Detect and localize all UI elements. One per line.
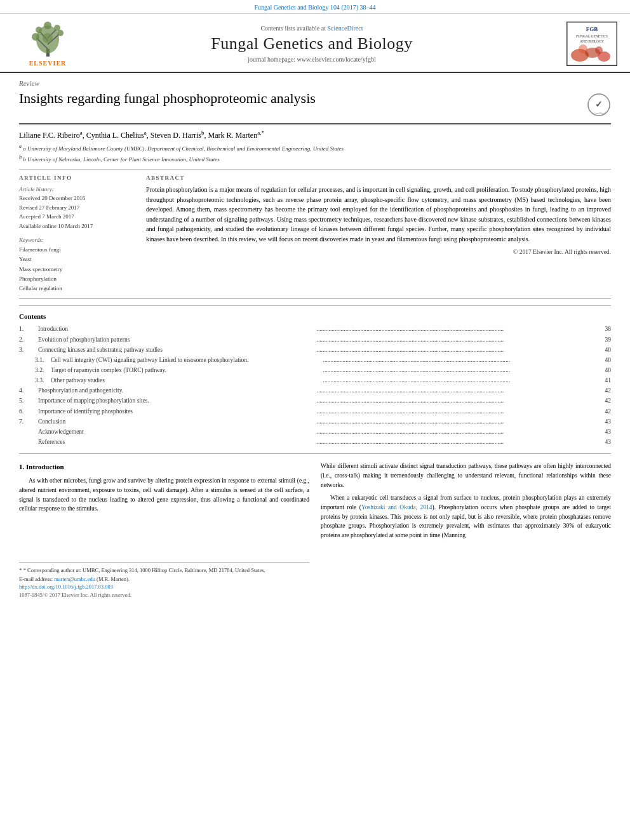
svg-text:FGB: FGB	[586, 26, 598, 32]
author-4: Mark R. Marten	[208, 131, 258, 140]
author-1: Liliane F.C. Ribeiro	[19, 131, 80, 140]
history-label: Article history:	[19, 185, 133, 194]
toc-item-7: 7. Conclusion 43	[19, 417, 611, 427]
elsevier-logo: ELSEVIER	[13, 20, 83, 67]
author-2: Cynthia L. Chelius	[86, 131, 144, 140]
article-history: Article history: Received 20 December 20…	[19, 185, 133, 230]
keywords-label: Keywords:	[19, 237, 133, 243]
keywords-list: Filamentous fungi Yeast Mass spectrometr…	[19, 245, 133, 293]
body-right-col: While different stimuli activate distinc…	[321, 462, 611, 599]
keyword-2: Yeast	[19, 255, 133, 264]
keyword-3: Mass spectrometry	[19, 265, 133, 274]
toc-item-5: 5. Importance of mapping phosphorylation…	[19, 396, 611, 406]
author-3: Steven D. Harris	[151, 131, 201, 140]
toc-item-2: 2. Evolution of phosphorylation patterns…	[19, 335, 611, 345]
journal-header-center: Contents lists available at ScienceDirec…	[83, 25, 541, 63]
svg-text:AND BIOLOGY: AND BIOLOGY	[580, 39, 604, 43]
issn-line: 1087-1845/© 2017 Elsevier Inc. All right…	[19, 591, 309, 599]
article-info-abstract-section: ARTICLE INFO Article history: Received 2…	[19, 175, 611, 293]
article-type-label: Review	[19, 79, 611, 87]
doi-link[interactable]: http://dx.doi.org/10.1016/j.fgb.2017.03.…	[19, 583, 309, 591]
fgb-logo-area: FGB FUNGAL GENETICS AND BIOLOGY	[541, 22, 617, 66]
elsevier-tree-icon	[27, 20, 69, 58]
intro-para-1: As with other microbes, fungi grow and s…	[19, 476, 309, 514]
sciencedirect-link[interactable]: ScienceDirect	[327, 25, 363, 32]
toc-item-3-3: 3.3. Other pathway studies 41	[19, 375, 611, 385]
toc-item-3-1: 3.1. Cell wall integrity (CWI) signaling…	[19, 355, 611, 365]
keyword-4: Phosphorylation	[19, 274, 133, 284]
body-two-col: 1. Introduction As with other microbes, …	[19, 462, 611, 599]
introduction-title: 1. Introduction	[19, 462, 309, 472]
body-section: 1. Introduction As with other microbes, …	[19, 462, 611, 599]
toc-item-acknowledgement: Acknowledgement 43	[19, 427, 611, 437]
fgb-logo-svg: FGB FUNGAL GENETICS AND BIOLOGY	[567, 22, 617, 65]
svg-point-19	[579, 44, 587, 53]
available-date: Available online 10 March 2017	[19, 222, 133, 230]
svg-point-8	[36, 27, 42, 33]
footnote-corresponding: * * Corresponding author at: UMBC, Engin…	[19, 566, 309, 575]
table-of-contents: Contents 1. Introduction 38 2. Evolution…	[19, 305, 611, 454]
svg-point-10	[44, 22, 51, 29]
svg-point-9	[54, 25, 60, 31]
page: Fungal Genetics and Biology 104 (2017) 3…	[0, 0, 630, 840]
contents-available-line: Contents lists available at ScienceDirec…	[83, 25, 541, 32]
section-number: 1.	[19, 463, 26, 470]
abstract-text: Protein phosphorylation is a major means…	[146, 185, 611, 244]
body-left-col: 1. Introduction As with other microbes, …	[19, 462, 309, 599]
toc-item-3: 3. Connecting kinases and substrates; pa…	[19, 345, 611, 355]
abstract-column: ABSTRACT Protein phosphorylation is a ma…	[146, 175, 611, 293]
svg-text:FUNGAL GENETICS: FUNGAL GENETICS	[576, 34, 608, 38]
intro-para-2: While different stimuli activate distinc…	[321, 462, 611, 490]
keywords-section: Keywords: Filamentous fungi Yeast Mass s…	[19, 237, 133, 293]
affiliations: a a University of Maryland Baltimore Cou…	[19, 143, 611, 164]
email-link[interactable]: marten@umbc.edu	[54, 576, 95, 582]
copyright-line: © 2017 Elsevier Inc. All rights reserved…	[146, 249, 611, 255]
journal-title: Fungal Genetics and Biology	[83, 34, 541, 53]
homepage-line: journal homepage: www.elsevier.com/locat…	[83, 56, 541, 63]
toc-item-3-2: 3.2. Target of rapamycin complex (TORC) …	[19, 365, 611, 375]
elsevier-brand-text: ELSEVIER	[29, 60, 67, 67]
yoshizaki-ref[interactable]: Yoshizaki and Okuda, 2014	[361, 504, 432, 510]
svg-text:✓: ✓	[595, 100, 603, 109]
authors-line: Liliane F.C. Ribeiroa, Cynthia L. Cheliu…	[19, 130, 611, 140]
article-title: Insights regarding fungal phosphoproteom…	[19, 90, 577, 108]
abstract-header: ABSTRACT	[146, 175, 611, 181]
contents-title: Contents	[19, 312, 611, 320]
svg-text:CrossMark: CrossMark	[592, 112, 607, 115]
footnote-email: E-mail address: marten@umbc.edu (M.R. Ma…	[19, 575, 309, 583]
svg-point-11	[43, 33, 53, 43]
keyword-1: Filamentous fungi	[19, 245, 133, 255]
section-label: Introduction	[26, 463, 64, 470]
toc-item-6: 6. Importance of identifying phosphosite…	[19, 406, 611, 417]
svg-point-20	[595, 46, 603, 54]
fgb-logo: FGB FUNGAL GENETICS AND BIOLOGY	[566, 22, 617, 66]
received-date: Received 20 December 2016	[19, 194, 133, 203]
top-citation: Fungal Genetics and Biology 104 (2017) 3…	[0, 0, 630, 14]
article-info-column: ARTICLE INFO Article history: Received 2…	[19, 175, 133, 293]
journal-header: ELSEVIER Contents lists available at Sci…	[0, 14, 630, 73]
intro-para-3: When a eukaryotic cell transduces a sign…	[321, 493, 611, 540]
main-content: Review Insights regarding fungal phospho…	[0, 73, 630, 609]
accepted-date: Accepted 7 March 2017	[19, 212, 133, 221]
keyword-5: Cellular regulation	[19, 284, 133, 293]
article-info-header: ARTICLE INFO	[19, 175, 133, 181]
toc-item-references: References 43	[19, 437, 611, 447]
revised-date: Revised 27 February 2017	[19, 203, 133, 212]
svg-point-6	[32, 33, 39, 41]
crossmark-icon: ✓ CrossMark	[587, 93, 611, 118]
citation-text: Fungal Genetics and Biology 104 (2017) 3…	[254, 4, 375, 11]
toc-item-1: 1. Introduction 38	[19, 324, 611, 334]
toc-item-4: 4. Phosphorylation and pathogenicity. 42	[19, 385, 611, 396]
footnote-area: * * Corresponding author at: UMBC, Engin…	[19, 562, 309, 599]
